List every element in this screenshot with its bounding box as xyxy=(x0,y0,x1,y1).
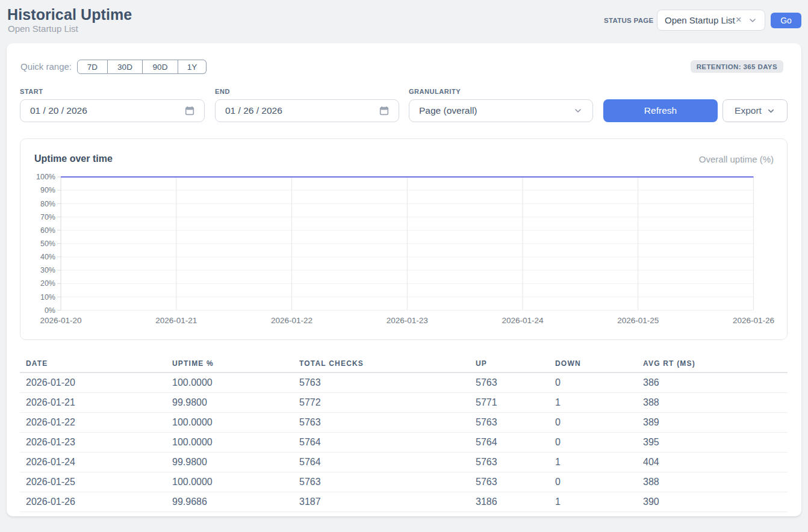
svg-text:10%: 10% xyxy=(40,293,55,302)
svg-text:70%: 70% xyxy=(40,213,55,221)
svg-text:20%: 20% xyxy=(40,279,55,288)
svg-text:2026-01-24: 2026-01-24 xyxy=(502,316,544,325)
svg-text:2026-01-25: 2026-01-25 xyxy=(617,316,659,325)
svg-text:2026-01-26: 2026-01-26 xyxy=(733,316,774,325)
svg-text:2026-01-23: 2026-01-23 xyxy=(387,316,428,325)
svg-text:50%: 50% xyxy=(40,240,55,248)
svg-text:40%: 40% xyxy=(40,253,55,261)
svg-text:60%: 60% xyxy=(40,226,55,235)
svg-text:100%: 100% xyxy=(36,173,55,181)
svg-text:2026-01-22: 2026-01-22 xyxy=(271,316,312,325)
svg-text:0%: 0% xyxy=(45,306,55,315)
svg-text:30%: 30% xyxy=(40,266,55,274)
svg-text:2026-01-21: 2026-01-21 xyxy=(155,316,197,325)
svg-text:90%: 90% xyxy=(40,186,55,194)
svg-text:80%: 80% xyxy=(40,200,55,208)
svg-text:2026-01-20: 2026-01-20 xyxy=(40,316,81,325)
